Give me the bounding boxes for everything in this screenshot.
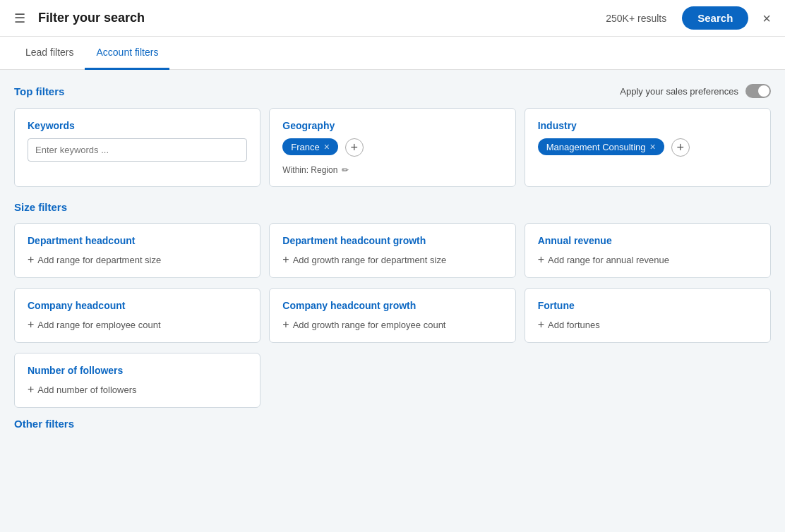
keywords-title: Keywords [28, 120, 247, 131]
dept-headcount-growth-title: Department headcount growth [282, 235, 502, 246]
company-headcount-growth-title: Company headcount growth [282, 300, 502, 311]
preferences-toggle[interactable] [745, 84, 771, 98]
card-company-headcount-growth: Company headcount growth + Add growth ra… [269, 288, 515, 343]
card-company-headcount: Company headcount + Add range for employ… [14, 288, 260, 343]
industry-tags: Management Consulting × + [538, 138, 757, 159]
remove-france-tag[interactable]: × [324, 141, 330, 152]
other-filters-title: Other filters [14, 418, 74, 430]
card-department-headcount: Department headcount + Add range for dep… [14, 223, 260, 278]
tab-account-filters[interactable]: Account filters [85, 37, 169, 70]
edit-region-icon[interactable]: ✏ [342, 165, 349, 175]
filter-icon: ☰ [14, 11, 25, 26]
tag-management-consulting: Management Consulting × [538, 138, 664, 155]
top-filters-title: Top filters [14, 85, 64, 97]
fortune-title: Fortune [538, 300, 757, 311]
followers-row: Number of followers + Add number of foll… [14, 353, 771, 408]
followers-add[interactable]: + Add number of followers [28, 383, 247, 396]
preferences-row: Apply your sales preferences [620, 84, 771, 98]
search-button[interactable]: Search [682, 6, 748, 30]
within-region: Within: Region ✏ [282, 165, 502, 175]
card-keywords: Keywords [14, 108, 260, 187]
size-filters-grid-1: Department headcount + Add range for dep… [14, 223, 771, 278]
other-filters-header: Other filters [14, 418, 771, 430]
dept-headcount-add[interactable]: + Add range for department size [28, 253, 247, 266]
preferences-label: Apply your sales preferences [620, 86, 738, 97]
results-count: 250K+ results [606, 13, 666, 24]
size-filters-grid-2: Company headcount + Add range for employ… [14, 288, 771, 343]
tabs-bar: Lead filters Account filters [0, 37, 785, 70]
dept-headcount-growth-add[interactable]: + Add growth range for department size [282, 253, 502, 266]
size-filters-title: Size filters [14, 201, 67, 213]
card-number-of-followers: Number of followers + Add number of foll… [14, 353, 260, 408]
geography-title: Geography [282, 120, 502, 131]
card-fortune: Fortune + Add fortunes [525, 288, 771, 343]
remove-industry-tag[interactable]: × [650, 141, 656, 152]
annual-revenue-add[interactable]: + Add range for annual revenue [538, 253, 757, 266]
dept-headcount-title: Department headcount [28, 235, 247, 246]
geography-tags: France × + [282, 138, 502, 159]
keywords-input[interactable] [28, 138, 247, 162]
card-geography: Geography France × + Within: Region ✏ [269, 108, 515, 187]
add-geography-tag[interactable]: + [345, 138, 364, 157]
top-filter-grid: Keywords Geography France × + Within: Re… [14, 108, 771, 187]
tag-france: France × [282, 138, 338, 155]
close-button[interactable]: × [762, 11, 771, 25]
add-industry-tag[interactable]: + [671, 138, 690, 157]
fortune-add[interactable]: + Add fortunes [538, 318, 757, 331]
top-filters-header: Top filters Apply your sales preferences [14, 84, 771, 98]
size-filters-header: Size filters [14, 201, 771, 213]
card-annual-revenue: Annual revenue + Add range for annual re… [525, 223, 771, 278]
content-area: Top filters Apply your sales preferences… [0, 70, 785, 454]
header: ☰ Filter your search 250K+ results Searc… [0, 0, 785, 37]
card-department-headcount-growth: Department headcount growth + Add growth… [269, 223, 515, 278]
company-headcount-add[interactable]: + Add range for employee count [28, 318, 247, 331]
annual-revenue-title: Annual revenue [538, 235, 757, 246]
page-title: Filter your search [38, 11, 597, 25]
card-industry: Industry Management Consulting × + [525, 108, 771, 187]
industry-title: Industry [538, 120, 757, 131]
followers-title: Number of followers [28, 365, 247, 376]
tab-lead-filters[interactable]: Lead filters [14, 37, 85, 70]
company-headcount-title: Company headcount [28, 300, 247, 311]
company-headcount-growth-add[interactable]: + Add growth range for employee count [282, 318, 502, 331]
